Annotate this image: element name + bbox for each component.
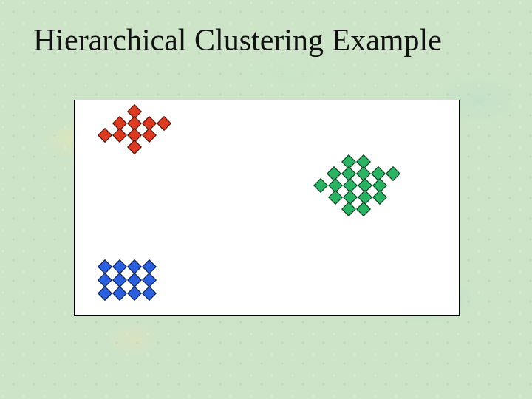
cluster-blue-point — [127, 286, 142, 301]
cluster-red-point — [98, 128, 112, 143]
cluster-blue-point — [98, 286, 112, 301]
cluster-green-point — [386, 166, 400, 181]
cluster-green-point — [313, 178, 328, 193]
cluster-red-point — [142, 128, 157, 143]
cluster-green-point — [328, 190, 343, 205]
cluster-blue-point — [98, 259, 112, 274]
cluster-blue-point — [127, 259, 142, 274]
cluster-green-point — [343, 190, 358, 205]
cluster-green-point — [356, 202, 371, 216]
cluster-blue-point — [142, 286, 157, 301]
cluster-blue-point — [127, 273, 142, 287]
cluster-green-point — [372, 190, 387, 205]
slide-title: Hierarchical Clustering Example — [33, 22, 442, 58]
cluster-red-point — [157, 116, 171, 131]
cluster-blue-point — [112, 273, 127, 287]
cluster-blue-point — [112, 286, 127, 301]
cluster-green-point — [341, 202, 356, 216]
cluster-plot-box — [74, 100, 460, 316]
cluster-green-point — [358, 190, 372, 205]
cluster-blue-point — [112, 259, 127, 274]
cluster-blue-point — [98, 273, 112, 287]
cluster-red-point — [127, 140, 142, 154]
cluster-red-point — [112, 128, 127, 143]
cluster-blue-point — [142, 273, 157, 287]
cluster-blue-point — [142, 259, 157, 274]
